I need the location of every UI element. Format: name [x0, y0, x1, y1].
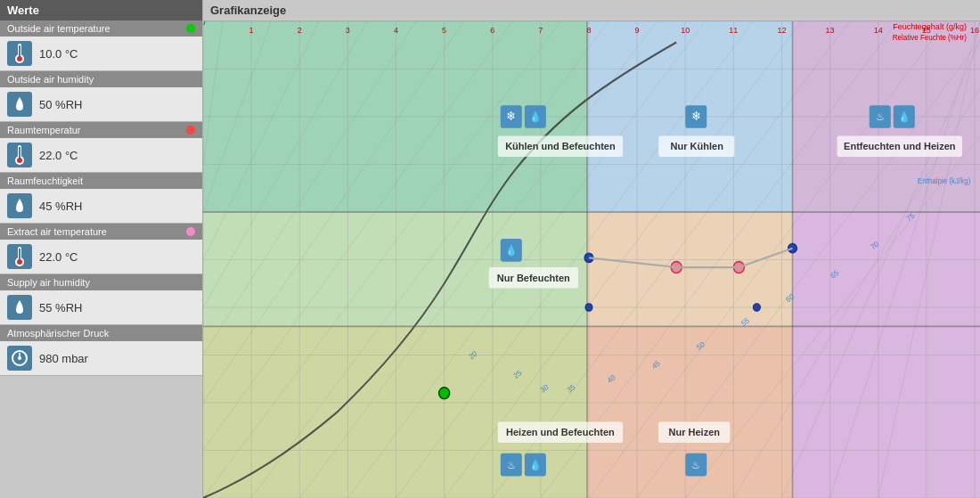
sensor-reading-extract-air-temperature: 22.0 °C [39, 250, 78, 264]
svg-point-177 [585, 304, 592, 312]
svg-text:💧: 💧 [529, 458, 543, 470]
svg-text:8: 8 [586, 26, 591, 35]
svg-text:❄: ❄ [691, 110, 701, 123]
svg-text:❄: ❄ [506, 110, 516, 123]
sensor-value-row-outside-air-temperature: 10.0 °C [0, 37, 202, 70]
svg-text:2: 2 [298, 26, 302, 35]
svg-text:Nur Heizen: Nur Heizen [669, 427, 721, 437]
sensor-label-outside-air-humidity: Outside air humidity [7, 74, 94, 85]
svg-text:13: 13 [826, 26, 835, 35]
svg-text:6: 6 [490, 26, 494, 35]
sensor-icon-outside-air-humidity [7, 92, 32, 117]
sensor-label-outside-air-temperature: Outside air temperature [7, 23, 110, 34]
svg-text:💧: 💧 [898, 110, 911, 123]
svg-text:💧: 💧 [529, 110, 543, 123]
svg-text:12: 12 [777, 26, 786, 35]
svg-text:4: 4 [394, 26, 398, 35]
svg-text:Nur Kühlen: Nur Kühlen [671, 141, 723, 151]
svg-text:10: 10 [681, 26, 690, 35]
sensor-value-row-extract-air-temperature: 22.0 °C [0, 240, 202, 273]
sensor-icon-outside-air-temperature [7, 41, 32, 66]
svg-text:1: 1 [249, 26, 254, 35]
svg-text:0: 0 [203, 21, 206, 27]
sensor-reading-outside-air-humidity: 50 %RH [39, 98, 82, 111]
svg-text:Relative Feuchte (%Hr): Relative Feuchte (%Hr) [893, 33, 967, 42]
sensor-header-outside-air-temperature: Outside air temperature [0, 20, 202, 37]
sensor-label-atmospharischer-druck: Atmosphärischer Druck [7, 328, 109, 339]
sensor-group-outside-air-temperature: Outside air temperature10.0 °C [0, 20, 202, 71]
sensor-group-supply-air-humidity: Supply air humidity55 %RH [0, 274, 202, 325]
svg-marker-20 [793, 212, 980, 326]
sensor-value-row-outside-air-humidity: 50 %RH [0, 87, 202, 121]
svg-point-178 [753, 304, 760, 312]
sensor-reading-raumtemperatur: 22.0 °C [39, 149, 78, 162]
status-dot-extract-air-temperature [186, 227, 195, 236]
svg-text:♨: ♨ [876, 111, 885, 122]
sensor-group-extract-air-temperature: Extract air temperature22.0 °C [0, 224, 202, 274]
svg-text:💧: 💧 [505, 244, 519, 257]
svg-text:3: 3 [346, 26, 350, 35]
sensor-header-raumfeuchtigkeit: Raumfeuchtigkeit [0, 173, 202, 189]
svg-marker-19 [587, 212, 793, 326]
sensor-value-row-atmospharischer-druck: 980 mbar [0, 341, 202, 375]
sensor-value-row-supply-air-humidity: 55 %RH [0, 290, 202, 324]
svg-text:Nur Befeuchten: Nur Befeuchten [497, 273, 570, 283]
svg-point-3 [17, 56, 22, 61]
status-dot-raumtemperatur [186, 126, 195, 135]
sensor-header-extract-air-temperature: Extract air temperature [0, 224, 202, 240]
svg-text:11: 11 [729, 26, 738, 35]
svg-text:9: 9 [635, 26, 640, 35]
sensor-reading-atmospharischer-druck: 980 mbar [39, 352, 88, 365]
sensor-group-raumfeuchtigkeit: Raumfeuchtigkeit45 %RH [0, 173, 202, 224]
sensor-label-raumfeuchtigkeit: Raumfeuchtigkeit [7, 176, 83, 186]
sensor-value-row-raumfeuchtigkeit: 45 %RH [0, 189, 202, 223]
sensor-label-raumtemperatur: Raumtemperatur [7, 125, 81, 135]
svg-marker-23 [793, 326, 980, 498]
sensor-reading-raumfeuchtigkeit: 45 %RH [39, 200, 82, 213]
sensor-label-supply-air-humidity: Supply air humidity [7, 277, 90, 288]
sensor-header-outside-air-humidity: Outside air humidity [0, 71, 202, 87]
sensor-icon-extract-air-temperature [7, 244, 32, 269]
svg-text:Enthalpie (kJ/kg): Enthalpie (kJ/kg) [918, 176, 971, 185]
svg-text:Entfeuchten und Heizen: Entfeuchten und Heizen [844, 141, 955, 151]
svg-text:5: 5 [442, 26, 446, 35]
sensor-group-raumtemperatur: Raumtemperatur22.0 °C [0, 122, 202, 173]
sensor-icon-raumtemperatur [7, 143, 32, 167]
sensor-reading-outside-air-temperature: 10.0 °C [39, 47, 78, 61]
svg-rect-2 [19, 45, 20, 57]
svg-point-11 [17, 259, 22, 265]
sensor-icon-atmospharischer-druck [7, 346, 32, 371]
svg-text:♨: ♨ [507, 460, 516, 470]
svg-text:16: 16 [970, 26, 979, 35]
right-panel: Grafikanzeige [203, 0, 980, 498]
sensor-header-raumtemperatur: Raumtemperatur [0, 122, 202, 138]
svg-point-7 [17, 158, 22, 163]
svg-rect-10 [19, 249, 20, 260]
sensor-label-extract-air-temperature: Extract air temperature [7, 226, 107, 237]
sensor-icon-supply-air-humidity [7, 295, 32, 320]
sensor-value-row-raumtemperatur: 22.0 °C [0, 138, 202, 172]
svg-text:Kühlen und Befeuchten: Kühlen und Befeuchten [505, 141, 616, 151]
sensor-header-supply-air-humidity: Supply air humidity [0, 274, 202, 290]
svg-text:Heizen und Befeuchten: Heizen und Befeuchten [506, 427, 615, 437]
svg-text:14: 14 [874, 26, 883, 35]
svg-text:Feuchtegehalt (g/kg): Feuchtegehalt (g/kg) [893, 21, 967, 30]
status-dot-outside-air-temperature [186, 24, 195, 33]
svg-text:♨: ♨ [691, 460, 700, 470]
svg-text:7: 7 [538, 26, 543, 35]
graph-title: Grafikanzeige [203, 0, 980, 21]
sensor-group-atmospharischer-druck: Atmosphärischer Druck980 mbar [0, 325, 202, 376]
panel-title: Werte [0, 0, 202, 20]
sensor-icon-raumfeuchtigkeit [7, 193, 32, 218]
graph-area: 0 1 2 3 4 5 6 7 8 9 10 11 12 13 14 15 16… [203, 21, 980, 498]
svg-point-169 [439, 388, 450, 399]
sensor-header-atmospharischer-druck: Atmosphärischer Druck [0, 325, 202, 341]
svg-rect-6 [19, 147, 20, 159]
sensor-group-outside-air-humidity: Outside air humidity50 %RH [0, 71, 202, 122]
left-panel: Werte Outside air temperature10.0 °COuts… [0, 0, 203, 498]
sensor-reading-supply-air-humidity: 55 %RH [39, 301, 82, 314]
